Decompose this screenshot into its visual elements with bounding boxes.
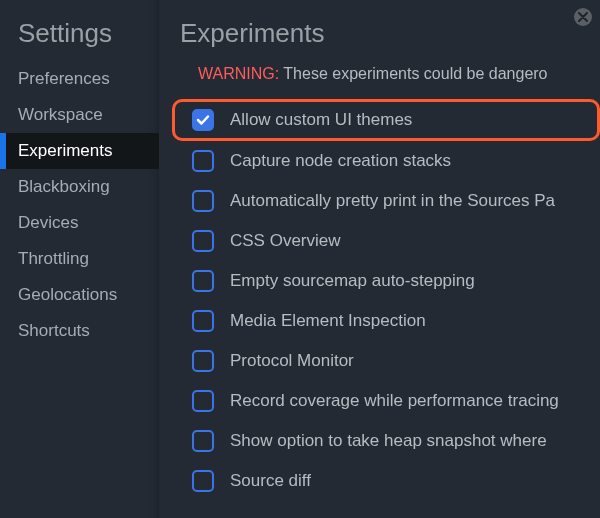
experiment-option-label: Show option to take heap snapshot where (230, 431, 547, 451)
experiment-option-row[interactable]: Allow custom UI themes (172, 99, 600, 141)
experiment-option-label: Protocol Monitor (230, 351, 354, 371)
checkmark-icon (196, 113, 210, 127)
sidebar-item-throttling[interactable]: Throttling (0, 241, 159, 277)
sidebar-item-label: Blackboxing (18, 177, 110, 196)
close-icon (578, 12, 588, 22)
experiments-options-list: Allow custom UI themesCapture node creat… (160, 99, 600, 501)
experiment-option-row[interactable]: CSS Overview (172, 221, 600, 261)
warning-label: WARNING: (198, 65, 279, 82)
experiment-option-label: Source diff (230, 471, 311, 491)
experiment-checkbox[interactable] (192, 150, 214, 172)
sidebar-item-devices[interactable]: Devices (0, 205, 159, 241)
experiment-option-row[interactable]: Source diff (172, 461, 600, 501)
experiment-checkbox[interactable] (192, 270, 214, 292)
sidebar-item-label: Geolocations (18, 285, 117, 304)
experiment-checkbox[interactable] (192, 310, 214, 332)
experiment-option-label: Automatically pretty print in the Source… (230, 191, 555, 211)
warning-line: WARNING: These experiments could be dang… (160, 65, 600, 99)
experiment-checkbox[interactable] (192, 470, 214, 492)
page-title: Experiments (160, 18, 600, 65)
settings-sidebar: Settings PreferencesWorkspaceExperiments… (0, 0, 160, 518)
sidebar-item-blackboxing[interactable]: Blackboxing (0, 169, 159, 205)
experiment-option-row[interactable]: Record coverage while performance tracin… (172, 381, 600, 421)
experiment-option-label: Record coverage while performance tracin… (230, 391, 559, 411)
experiment-option-label: Allow custom UI themes (230, 110, 412, 130)
experiment-option-row[interactable]: Media Element Inspection (172, 301, 600, 341)
settings-main: Experiments WARNING: These experiments c… (160, 0, 600, 518)
close-button[interactable] (574, 8, 592, 26)
experiment-option-label: CSS Overview (230, 231, 341, 251)
sidebar-item-geolocations[interactable]: Geolocations (0, 277, 159, 313)
experiment-option-row[interactable]: Show option to take heap snapshot where (172, 421, 600, 461)
experiment-option-row[interactable]: Protocol Monitor (172, 341, 600, 381)
sidebar-item-label: Throttling (18, 249, 89, 268)
experiment-option-row[interactable]: Automatically pretty print in the Source… (172, 181, 600, 221)
sidebar-item-label: Workspace (18, 105, 103, 124)
experiment-option-row[interactable]: Empty sourcemap auto-stepping (172, 261, 600, 301)
sidebar-item-workspace[interactable]: Workspace (0, 97, 159, 133)
sidebar-item-shortcuts[interactable]: Shortcuts (0, 313, 159, 349)
experiment-checkbox[interactable] (192, 350, 214, 372)
experiment-option-row[interactable]: Capture node creation stacks (172, 141, 600, 181)
sidebar-title: Settings (0, 18, 159, 61)
sidebar-item-label: Preferences (18, 69, 110, 88)
sidebar-item-label: Experiments (18, 141, 112, 160)
sidebar-item-label: Devices (18, 213, 78, 232)
experiment-checkbox[interactable] (192, 390, 214, 412)
experiment-option-label: Media Element Inspection (230, 311, 426, 331)
experiment-checkbox[interactable] (192, 430, 214, 452)
experiment-checkbox[interactable] (192, 109, 214, 131)
warning-text: These experiments could be dangero (283, 65, 547, 82)
experiment-checkbox[interactable] (192, 230, 214, 252)
sidebar-item-label: Shortcuts (18, 321, 90, 340)
sidebar-item-preferences[interactable]: Preferences (0, 61, 159, 97)
experiment-checkbox[interactable] (192, 190, 214, 212)
experiment-option-label: Capture node creation stacks (230, 151, 451, 171)
sidebar-item-experiments[interactable]: Experiments (0, 133, 159, 169)
experiment-option-label: Empty sourcemap auto-stepping (230, 271, 475, 291)
